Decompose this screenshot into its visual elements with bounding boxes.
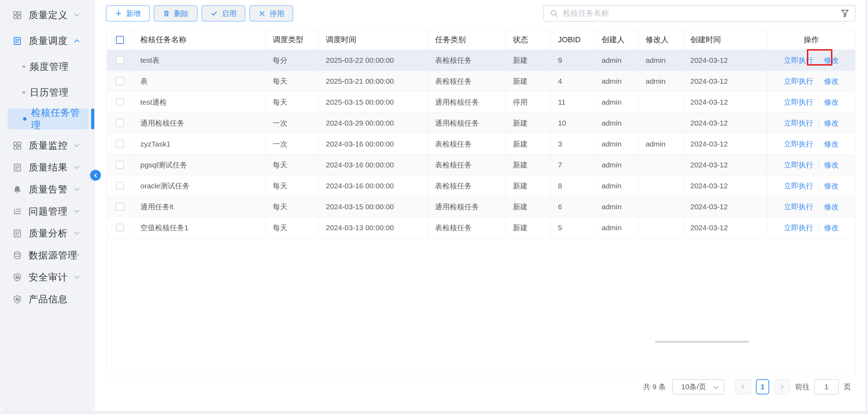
cell-create_time: 2024-03-12 — [683, 50, 767, 70]
sidebar-item-label: 质量结果 — [29, 161, 68, 174]
cell-category: 表检核任务 — [428, 134, 506, 154]
page-number-label: 1 — [760, 383, 765, 391]
edit-link[interactable]: 修改 — [824, 160, 839, 170]
goto-page-input[interactable] — [814, 379, 839, 394]
task-table: 检核任务名称调度类型调度时间任务类别状态JOBID创建人修改人创建时间操作 te… — [106, 30, 855, 376]
cell-schedule_time: 2024-03-29 00:00:00 — [319, 113, 428, 133]
table-row-5: pgsql测试任务每天2024-03-16 00:00:00表检核任务新建7ad… — [107, 155, 855, 175]
chevron-down-icon — [73, 141, 81, 150]
action-divider — [818, 224, 819, 231]
cell-status: 新建 — [506, 50, 551, 70]
execute-now-link[interactable]: 立即执行 — [784, 181, 813, 191]
cell-actions: 立即执行修改 — [767, 217, 855, 238]
sidebar-item-5[interactable]: 质量监控 — [0, 136, 95, 155]
sidebar-item-6[interactable]: 质量结果 — [0, 158, 95, 177]
row-checkbox[interactable] — [116, 140, 124, 148]
page-size-select[interactable]: 10条/页 — [672, 379, 724, 394]
cell-creator: admin — [595, 217, 639, 238]
edit-link[interactable]: 修改 — [824, 76, 839, 86]
cell-job_id: 9 — [551, 50, 595, 70]
row-checkbox[interactable] — [116, 77, 124, 85]
execute-now-link[interactable]: 立即执行 — [784, 118, 813, 128]
cell-creator: admin — [595, 196, 639, 217]
row-checkbox[interactable] — [116, 182, 124, 190]
cell-status: 停用 — [506, 92, 551, 112]
app-root: 质量定义质量调度频度管理日历管理检核任务管理质量监控质量结果质量告警问题管理质量… — [0, 0, 868, 414]
sidebar-item-label: 产品信息 — [29, 293, 68, 306]
menu-dot-icon — [23, 117, 27, 121]
cell-status: 新建 — [506, 71, 551, 91]
row-select-cell — [107, 175, 133, 196]
execute-now-link[interactable]: 立即执行 — [784, 202, 813, 212]
edit-link[interactable]: 修改 — [824, 97, 839, 107]
cell-creator: admin — [595, 175, 639, 196]
next-page-button[interactable] — [774, 379, 790, 394]
chevron-down-icon — [73, 273, 81, 281]
cell-creator: admin — [595, 71, 639, 91]
action-divider — [818, 161, 819, 168]
sidebar-item-4[interactable]: 检核任务管理 — [8, 108, 89, 129]
filter-icon[interactable] — [840, 8, 850, 18]
header-select-all-cell — [107, 30, 133, 50]
edit-link[interactable]: 修改 — [824, 223, 839, 233]
cell-modifier: admin — [639, 71, 683, 91]
column-header-4: 状态 — [506, 30, 551, 50]
sidebar-item-3[interactable]: 日历管理 — [0, 83, 95, 102]
enable-button[interactable]: 启用 — [201, 5, 245, 22]
sidebar-item-0[interactable]: 质量定义 — [0, 5, 95, 25]
cell-job_id: 7 — [551, 155, 595, 175]
sidebar-item-8[interactable]: 问题管理 — [0, 202, 95, 221]
cell-job_id: 4 — [551, 71, 595, 91]
row-checkbox[interactable] — [116, 161, 124, 169]
execute-now-link[interactable]: 立即执行 — [784, 97, 813, 107]
cell-actions: 立即执行修改 — [767, 175, 855, 196]
sidebar-item-1[interactable]: 质量调度 — [0, 31, 95, 51]
delete-button[interactable]: 删除 — [154, 5, 198, 22]
row-checkbox[interactable] — [116, 224, 124, 232]
cell-schedule_time: 2024-03-16 00:00:00 — [319, 175, 428, 196]
cell-modifier — [639, 113, 683, 133]
edit-link[interactable]: 修改 — [824, 139, 839, 149]
execute-now-link[interactable]: 立即执行 — [784, 139, 813, 149]
disable-button[interactable]: 停用 — [249, 5, 293, 22]
prev-page-button[interactable] — [735, 379, 751, 394]
edit-link[interactable]: 修改 — [824, 118, 839, 128]
page-number-button[interactable]: 1 — [756, 379, 769, 394]
add-button-label: 新增 — [126, 9, 141, 18]
cell-name: test通检 — [133, 92, 266, 112]
row-select-cell — [107, 217, 133, 238]
edit-link[interactable]: 修改 — [824, 202, 839, 212]
sidebar-item-label: 问题管理 — [29, 205, 68, 218]
row-checkbox[interactable] — [116, 98, 124, 106]
search-input[interactable] — [563, 9, 840, 18]
sidebar-item-11[interactable]: 安全审计 — [0, 268, 95, 287]
sidebar-item-7[interactable]: 质量告警 — [0, 180, 95, 199]
execute-now-link[interactable]: 立即执行 — [784, 223, 813, 233]
column-header-0: 检核任务名称 — [133, 30, 266, 50]
sidebar-item-label: 频度管理 — [30, 60, 69, 73]
row-checkbox[interactable] — [116, 56, 124, 64]
sidebar-item-9[interactable]: 质量分析 — [0, 224, 95, 243]
column-header-9: 操作 — [767, 30, 855, 50]
execute-now-link[interactable]: 立即执行 — [784, 76, 813, 86]
sidebar-item-label: 数据源管理 — [29, 249, 78, 262]
edit-link[interactable]: 修改 — [824, 181, 839, 191]
add-button[interactable]: 新增 — [106, 5, 150, 22]
horizontal-scrollbar[interactable] — [655, 341, 749, 343]
page-unit-label: 页 — [844, 382, 851, 392]
trash-icon — [163, 10, 170, 17]
sidebar-item-12[interactable]: 产品信息 — [0, 289, 95, 309]
row-checkbox[interactable] — [116, 203, 124, 211]
cell-actions: 立即执行修改 — [767, 92, 855, 112]
close-icon — [258, 10, 266, 17]
execute-now-link[interactable]: 立即执行 — [784, 160, 813, 170]
row-checkbox[interactable] — [116, 119, 124, 127]
sidebar-item-2[interactable]: 频度管理 — [0, 57, 95, 76]
cell-actions: 立即执行修改 — [767, 196, 855, 217]
select-all-checkbox[interactable] — [116, 36, 124, 44]
sidebar-collapse-button[interactable] — [90, 170, 101, 181]
sidebar-item-10[interactable]: 数据源管理 — [0, 246, 95, 265]
table-row-7: 通用任务lt每天2024-03-15 00:00:00通用检核任务新建6admi… — [107, 196, 855, 217]
sidebar-item-label: 安全审计 — [29, 271, 68, 284]
cell-schedule_time: 2025-03-21 00:00:00 — [319, 71, 428, 91]
